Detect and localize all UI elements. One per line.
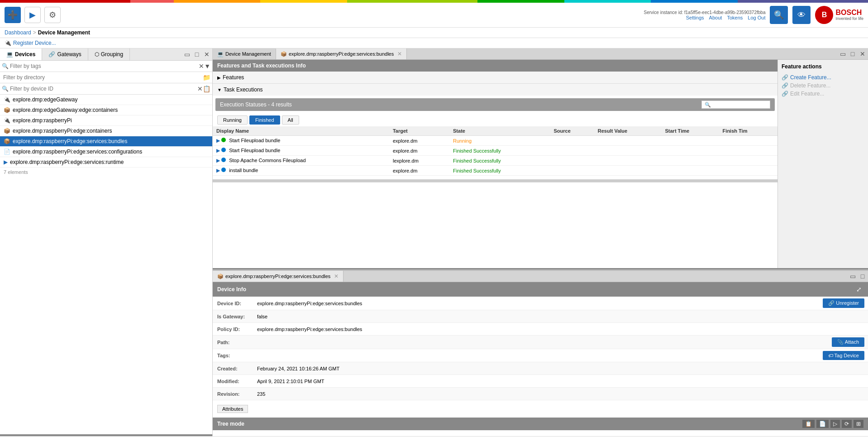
filter-tab-running[interactable]: Running xyxy=(217,115,248,125)
settings-link[interactable]: Settings xyxy=(686,15,704,20)
panel-minimize-btn[interactable]: ▭ xyxy=(838,49,847,58)
filter-directory-input[interactable] xyxy=(2,73,203,82)
tree-btn-3[interactable]: ▷ xyxy=(830,420,840,428)
execution-search[interactable] xyxy=(701,101,770,109)
tree-btn-4[interactable]: ⟳ xyxy=(842,420,852,428)
panel-tab-bundles[interactable]: 📦 explore.dmp:raspberryPi:edge:services:… xyxy=(276,48,407,59)
row-result xyxy=(594,166,662,176)
unregister-button[interactable]: 🔗 Unregister xyxy=(823,298,864,308)
resize-handle[interactable] xyxy=(213,179,777,182)
device-count: 7 elements xyxy=(0,168,212,177)
row-state: Running xyxy=(449,136,550,146)
bottom-tab-bundles[interactable]: 📦 explore.dmp:raspberryPi:edge:services:… xyxy=(213,271,343,282)
filter-id-action[interactable]: 📋 xyxy=(203,85,210,92)
panel-tab-device-mgmt[interactable]: 💻 Device Management xyxy=(213,49,276,59)
col-finish: Finish Tim xyxy=(719,126,777,136)
filter-tags-icon: 🔍 xyxy=(2,63,9,69)
left-close-btn[interactable]: ✕ xyxy=(202,50,211,59)
play-button[interactable]: ▶ xyxy=(24,7,41,23)
device-item[interactable]: ▶ explore.dmp:raspberryPi:edge:services:… xyxy=(0,157,212,168)
filter-tags-action[interactable]: ▼ xyxy=(204,62,210,70)
features-label: Features xyxy=(223,74,244,81)
devices-icon: 💻 xyxy=(6,51,13,58)
features-section: ▶ Features xyxy=(213,72,777,84)
settings-button[interactable]: ⚙ xyxy=(44,7,61,23)
task-executions-header[interactable]: ▼ Task Executions xyxy=(213,84,777,96)
eye-icon-button[interactable]: 👁 xyxy=(792,6,811,24)
value-modified: April 9, 2021 2:10:01 PM GMT xyxy=(253,377,868,386)
tree-mode-bar: Tree mode 📋 📄 ▷ ⟳ ⊞ xyxy=(213,418,868,430)
left-tab-bar: 💻 Devices 🔗 Gateways ⬡ Grouping ▭ □ ✕ xyxy=(0,48,212,61)
device-list: 🔌 explore.dmp:edgeGateway 📦 explore.dmp:… xyxy=(0,95,212,434)
tab-grouping-label: Grouping xyxy=(101,51,123,58)
row-start xyxy=(662,166,719,176)
row-expand-icon[interactable]: ▶ xyxy=(216,138,220,143)
tree-btn-1[interactable]: 📋 xyxy=(802,420,815,428)
tab-devices[interactable]: 💻 Devices xyxy=(0,48,42,60)
create-label: Create Feature... xyxy=(790,74,831,81)
globe-icon-button[interactable]: 🔍 xyxy=(770,6,788,24)
filter-directory-action[interactable]: 📁 xyxy=(203,74,210,81)
tree-btn-2[interactable]: 📄 xyxy=(816,420,829,428)
breadcrumb-dashboard[interactable]: Dashboard xyxy=(5,29,31,36)
value-tags xyxy=(253,354,819,357)
device-item[interactable]: 📄 explore.dmp:raspberryPi:edge:services:… xyxy=(0,147,212,157)
tab-grouping[interactable]: ⬡ Grouping xyxy=(88,48,130,60)
attach-button[interactable]: 📎 Attach xyxy=(832,337,864,347)
bottom-min-btn[interactable]: ▭ xyxy=(848,272,857,281)
panel-tab-icon: 📦 xyxy=(281,51,287,57)
panel-tab-close[interactable]: ✕ xyxy=(397,51,402,57)
tag-device-button[interactable]: 🏷 Tag Device xyxy=(823,351,864,360)
create-feature-btn[interactable]: 🔗 Create Feature... xyxy=(782,73,864,82)
tree-btn-5[interactable]: ⊞ xyxy=(854,420,863,428)
filter-tags-clear[interactable]: ✕ xyxy=(199,62,204,70)
value-revision: 235 xyxy=(253,389,868,399)
panel-close-btn[interactable]: ✕ xyxy=(858,49,867,58)
filter-id-clear[interactable]: ✕ xyxy=(197,85,203,92)
row-source xyxy=(550,146,594,156)
table-row[interactable]: ▶ Stop Apache Commons Fileupload lexplor… xyxy=(213,156,777,166)
row-expand-icon[interactable]: ▶ xyxy=(216,158,220,163)
tab-gateways-label: Gateways xyxy=(57,51,81,58)
device-item[interactable]: 🔌 explore.dmp:raspberryPi xyxy=(0,115,212,126)
left-minimize-btn[interactable]: ▭ xyxy=(182,50,191,59)
device-info-expand-btn[interactable]: ⤢ xyxy=(854,285,863,294)
panel-tab-actions: ▭ □ ✕ xyxy=(837,48,868,59)
left-panel-divider[interactable] xyxy=(0,434,212,436)
row-expand-icon[interactable]: ▶ xyxy=(216,148,220,153)
bottom-tab-close[interactable]: ✕ xyxy=(334,273,339,279)
table-row[interactable]: ▶ Start Fileupload bundle explore.dm Run… xyxy=(213,136,777,146)
attributes-tab[interactable]: Attributes xyxy=(217,405,248,413)
device-item[interactable]: 📦 explore.dmp:edgeGateway:edge:container… xyxy=(0,105,212,115)
header-links: Settings About Tokens Log Out xyxy=(682,15,766,20)
about-link[interactable]: About xyxy=(709,15,722,20)
left-panel: 💻 Devices 🔗 Gateways ⬡ Grouping ▭ □ ✕ 🔍 … xyxy=(0,48,213,436)
register-device-row[interactable]: 🔌 Register Device... xyxy=(0,38,868,48)
device-item[interactable]: 🔌 explore.dmp:edgeGateway xyxy=(0,95,212,105)
bottom-restore-btn[interactable]: □ xyxy=(858,272,867,281)
bosch-tagline: Invented for life xyxy=(835,16,863,21)
tokens-link[interactable]: Tokens xyxy=(727,15,743,20)
tree-mode-label: Tree mode xyxy=(217,421,244,427)
main-layout: 💻 Devices 🔗 Gateways ⬡ Grouping ▭ □ ✕ 🔍 … xyxy=(0,48,868,436)
tab-gateways[interactable]: 🔗 Gateways xyxy=(42,48,88,60)
features-section-header[interactable]: ▶ Features xyxy=(213,72,777,83)
bottom-tab-icon: 📦 xyxy=(217,274,224,279)
edit-label: Edit Feature... xyxy=(790,91,824,97)
device-label: explore.dmp:edgeGateway:edge:containers xyxy=(13,107,118,113)
filter-device-id-input[interactable] xyxy=(9,84,197,93)
device-item[interactable]: 📦 explore.dmp:raspberryPi:edge:container… xyxy=(0,126,212,136)
table-row[interactable]: ▶ Start Fileupload bundle explore.dm Fin… xyxy=(213,146,777,156)
device-item-active[interactable]: 📦 explore.dmp:raspberryPi:edge:services:… xyxy=(0,136,212,147)
row-expand-icon[interactable]: ▶ xyxy=(216,168,220,173)
table-row[interactable]: ▶ install bundle explore.dm Finished Suc… xyxy=(213,166,777,176)
add-button[interactable]: ➕ xyxy=(5,7,21,23)
filter-tab-finished[interactable]: Finished xyxy=(249,115,280,125)
filter-tab-all[interactable]: All xyxy=(282,115,299,125)
panel-restore-btn[interactable]: □ xyxy=(848,49,857,58)
logout-link[interactable]: Log Out xyxy=(748,15,765,20)
device-icon: 📦 xyxy=(4,128,10,134)
left-restore-btn[interactable]: □ xyxy=(192,50,201,59)
action-attach: 📎 Attach xyxy=(828,336,868,349)
filter-tags-input[interactable] xyxy=(9,62,199,71)
